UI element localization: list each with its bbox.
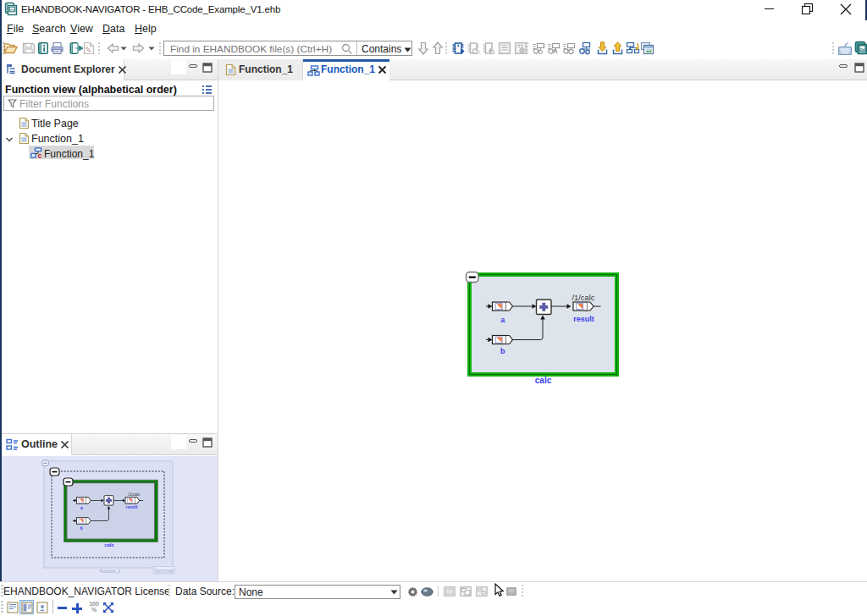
svg-text:Function_1: Function_1 (100, 569, 121, 574)
svg-text:/1/calc: /1/calc (128, 492, 141, 497)
svg-text:a: a (80, 505, 83, 510)
svg-text:b: b (80, 525, 83, 531)
svg-text:/1/calc: /1/calc (572, 294, 595, 302)
svg-text:calc: calc (104, 542, 114, 547)
svg-text:Normal: Normal (154, 568, 174, 574)
svg-text:c: c (38, 151, 42, 159)
svg-text:result: result (573, 315, 594, 323)
svg-text:calc: calc (535, 376, 552, 385)
svg-text:b: b (500, 347, 505, 355)
svg-text:result: result (126, 504, 138, 509)
